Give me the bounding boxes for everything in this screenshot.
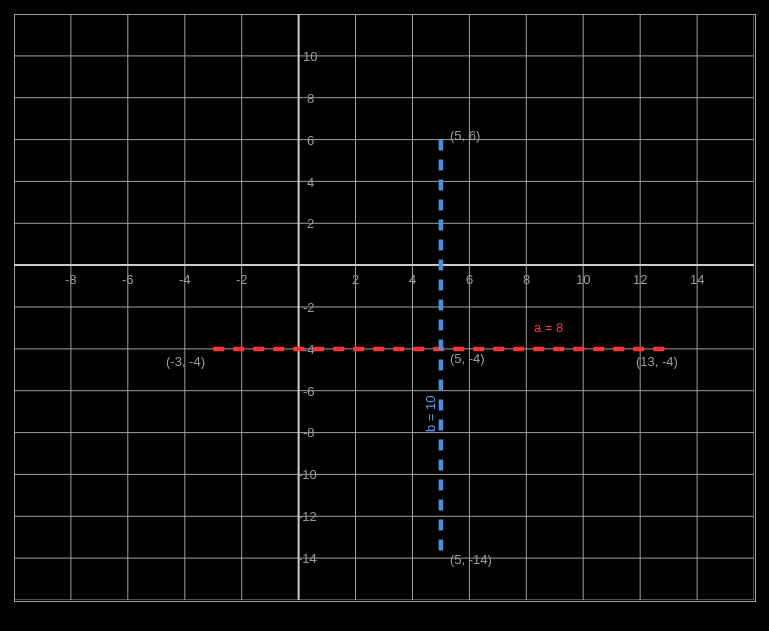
tick-y-p8: 8 bbox=[307, 91, 314, 106]
tick-y-m8: -8 bbox=[303, 425, 315, 440]
annotation-a: a = 8 bbox=[534, 320, 563, 335]
tick-y-m6: -6 bbox=[303, 384, 315, 399]
tick-x-p6: 6 bbox=[466, 272, 473, 287]
tick-x-p8: 8 bbox=[523, 272, 530, 287]
tick-y-p4: 4 bbox=[307, 175, 314, 190]
chart-svg bbox=[14, 14, 754, 600]
tick-x-p2: 2 bbox=[352, 272, 359, 287]
label-m3-m4: (-3, -4) bbox=[166, 354, 205, 369]
label-13-m4: (13, -4) bbox=[636, 354, 678, 369]
tick-x-m8: -8 bbox=[65, 272, 77, 287]
tick-y-m10: -10 bbox=[298, 467, 317, 482]
tick-y-p10: 10 bbox=[303, 49, 317, 64]
tick-y-m14: -14 bbox=[298, 551, 317, 566]
label-5-6: (5, 6) bbox=[450, 128, 480, 143]
tick-x-p10: 10 bbox=[576, 272, 590, 287]
tick-x-p4: 4 bbox=[409, 272, 416, 287]
tick-y-p6: 6 bbox=[307, 133, 314, 148]
label-5-m14: (5, -14) bbox=[450, 552, 492, 567]
tick-y-p2: 2 bbox=[307, 216, 314, 231]
tick-x-m6: -6 bbox=[122, 272, 134, 287]
annotation-b: b = 10 bbox=[423, 395, 438, 432]
tick-y-m12: -12 bbox=[298, 509, 317, 524]
tick-x-p12: 12 bbox=[633, 272, 647, 287]
tick-x-m2: -2 bbox=[236, 272, 248, 287]
grid bbox=[14, 14, 754, 600]
tick-x-m4: -4 bbox=[179, 272, 191, 287]
label-5-m4: (5, -4) bbox=[450, 351, 485, 366]
tick-x-p14: 14 bbox=[690, 272, 704, 287]
tick-y-m4: -4 bbox=[303, 342, 315, 357]
tick-y-m2: -2 bbox=[303, 300, 315, 315]
